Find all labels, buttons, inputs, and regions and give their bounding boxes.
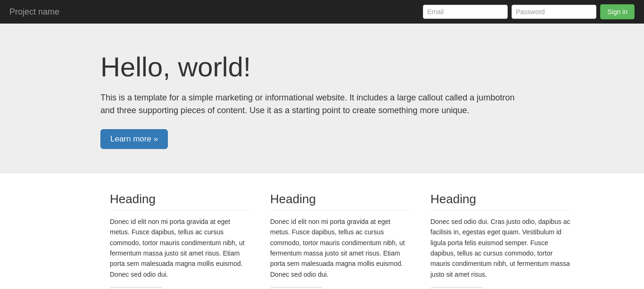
view-details-button-2[interactable]: View details » bbox=[270, 287, 323, 289]
view-details-button-1[interactable]: View details » bbox=[110, 287, 163, 289]
content-column-1: Heading Donec id elit non mi porta gravi… bbox=[110, 192, 251, 289]
main-content: Heading Donec id elit non mi porta gravi… bbox=[63, 173, 581, 289]
column-3-text: Donec sed odio dui. Cras justo odio, dap… bbox=[430, 216, 572, 280]
navbar: Project name Sign in bbox=[0, 0, 644, 24]
jumbotron: Hello, world! This is a template for a s… bbox=[0, 24, 644, 173]
content-column-3: Heading Donec sed odio dui. Cras justo o… bbox=[430, 192, 572, 289]
learn-more-button[interactable]: Learn more » bbox=[100, 129, 168, 149]
nav-brand: Project name bbox=[9, 7, 59, 17]
column-3-heading: Heading bbox=[430, 192, 572, 211]
password-input[interactable] bbox=[512, 5, 596, 19]
content-column-2: Heading Donec id elit non mi porta gravi… bbox=[270, 192, 412, 289]
jumbotron-text: This is a template for a simple marketin… bbox=[100, 91, 525, 117]
column-2-text: Donec id elit non mi porta gravida at eg… bbox=[270, 216, 412, 280]
jumbotron-inner: Hello, world! This is a template for a s… bbox=[63, 52, 581, 149]
column-1-text: Donec id elit non mi porta gravida at eg… bbox=[110, 216, 251, 280]
signin-button[interactable]: Sign in bbox=[600, 4, 635, 19]
column-1-heading: Heading bbox=[110, 192, 251, 211]
nav-right: Sign in bbox=[423, 4, 635, 19]
email-input[interactable] bbox=[423, 5, 508, 19]
column-2-heading: Heading bbox=[270, 192, 412, 211]
view-details-button-3[interactable]: View details » bbox=[430, 287, 483, 289]
jumbotron-title: Hello, world! bbox=[100, 52, 581, 82]
